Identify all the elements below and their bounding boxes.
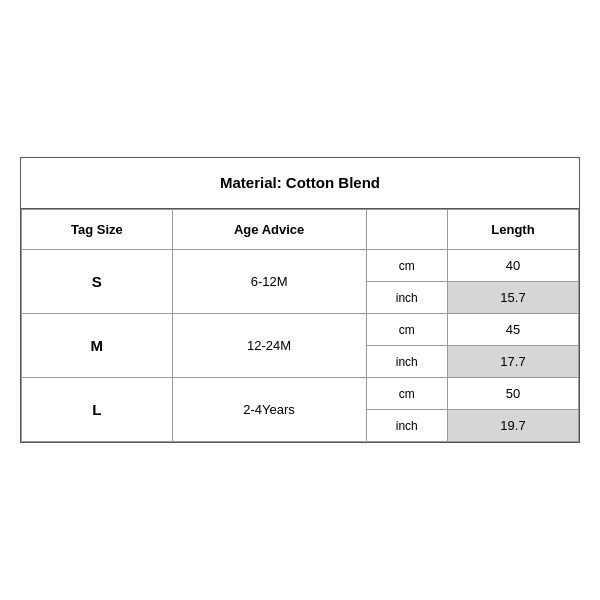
- unit-inch: inch: [366, 410, 447, 442]
- tag-size-cell: L: [22, 378, 173, 442]
- length-inch-value: 15.7: [447, 282, 578, 314]
- age-advice-cell: 12-24M: [172, 314, 366, 378]
- table-row: L2-4Yearscm50: [22, 378, 579, 410]
- table-header-row: Tag Size Age Advice Length: [22, 210, 579, 250]
- length-cm-value: 50: [447, 378, 578, 410]
- size-table: Tag Size Age Advice Length S6-12Mcm40inc…: [21, 209, 579, 442]
- age-advice-cell: 6-12M: [172, 250, 366, 314]
- length-inch-value: 17.7: [447, 346, 578, 378]
- length-inch-value: 19.7: [447, 410, 578, 442]
- tag-size-cell: M: [22, 314, 173, 378]
- header-unit: [366, 210, 447, 250]
- tag-size-cell: S: [22, 250, 173, 314]
- unit-cm: cm: [366, 250, 447, 282]
- length-cm-value: 45: [447, 314, 578, 346]
- chart-title-row: Material: Cotton Blend: [21, 158, 579, 209]
- header-age-advice: Age Advice: [172, 210, 366, 250]
- unit-cm: cm: [366, 378, 447, 410]
- unit-inch: inch: [366, 282, 447, 314]
- unit-inch: inch: [366, 346, 447, 378]
- chart-title: Material: Cotton Blend: [220, 174, 380, 191]
- age-advice-cell: 2-4Years: [172, 378, 366, 442]
- table-row: M12-24Mcm45: [22, 314, 579, 346]
- length-cm-value: 40: [447, 250, 578, 282]
- header-tag-size: Tag Size: [22, 210, 173, 250]
- header-length: Length: [447, 210, 578, 250]
- size-chart-container: Material: Cotton Blend Tag Size Age Advi…: [20, 157, 580, 443]
- table-row: S6-12Mcm40: [22, 250, 579, 282]
- unit-cm: cm: [366, 314, 447, 346]
